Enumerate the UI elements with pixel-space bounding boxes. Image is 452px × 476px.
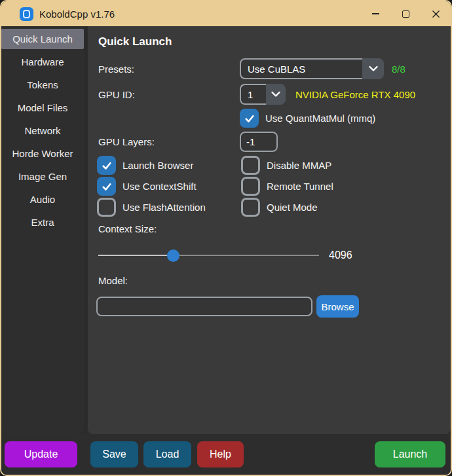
presets-dropdown-button[interactable] — [362, 58, 384, 79]
launch-browser-label: Launch Browser — [122, 160, 193, 171]
sidebar-item-tokens[interactable]: Tokens — [1, 75, 84, 95]
presets-value: Use CuBLAS — [240, 58, 362, 79]
remote-tunnel-checkbox[interactable] — [241, 177, 260, 196]
content-area: Quick Launch Hardware Tokens Model Files… — [1, 26, 451, 434]
close-button[interactable] — [421, 1, 451, 26]
disable-mmap-checkbox[interactable] — [241, 156, 260, 175]
load-button[interactable]: Load — [143, 441, 191, 467]
titlebar: KoboldCpp v1.76 — [1, 1, 451, 26]
maximize-button[interactable] — [390, 1, 421, 26]
contextshift-checkbox[interactable] — [97, 177, 116, 196]
maximize-icon — [402, 10, 409, 18]
model-label: Model: — [98, 275, 440, 286]
sidebar-item-model-files[interactable]: Model Files — [1, 98, 84, 118]
gpu-id-dropdown-button[interactable] — [266, 84, 286, 105]
contextshift-label: Use ContextShift — [122, 181, 197, 192]
flashattention-label: Use FlashAttention — [122, 202, 206, 213]
help-button[interactable]: Help — [197, 441, 244, 467]
context-size-label: Context Size: — [98, 223, 440, 234]
app-window: KoboldCpp v1.76 Quick Launch Hardware To… — [0, 0, 452, 476]
quiet-mode-label: Quiet Mode — [267, 202, 318, 213]
preset-count-badge: 8/8 — [392, 64, 405, 75]
minimize-icon — [372, 13, 379, 14]
gpu-device-name: NVIDIA GeForce RTX 4090 — [295, 89, 415, 100]
gpu-id-dropdown[interactable]: 1 — [240, 84, 286, 105]
checkmark-icon — [244, 113, 255, 124]
remote-tunnel-label: Remote Tunnel — [267, 181, 333, 192]
context-size-slider[interactable] — [98, 249, 319, 262]
save-button[interactable]: Save — [90, 441, 138, 467]
quantmatmul-label: Use QuantMatMul (mmq) — [265, 113, 375, 124]
presets-label: Presets: — [98, 64, 240, 75]
flashattention-checkbox[interactable] — [97, 198, 116, 217]
disable-mmap-label: Disable MMAP — [267, 160, 331, 171]
options-grid: Launch Browser Disable MMAP Use ContextS… — [97, 156, 440, 217]
page-title: Quick Launch — [98, 35, 440, 48]
sidebar-item-extra[interactable]: Extra — [1, 212, 84, 232]
model-path-input[interactable] — [96, 297, 312, 316]
gpu-layers-input[interactable] — [240, 132, 278, 152]
close-icon — [432, 10, 440, 18]
chevron-down-icon — [368, 65, 379, 72]
gpu-id-value: 1 — [240, 84, 266, 105]
presets-dropdown[interactable]: Use CuBLAS — [240, 58, 384, 79]
sidebar-item-audio[interactable]: Audio — [1, 189, 84, 210]
gpu-layers-label: GPU Layers: — [98, 136, 240, 147]
checkmark-icon — [101, 181, 113, 192]
footer-bar: Update Save Load Help Launch — [1, 434, 451, 475]
launch-button[interactable]: Launch — [375, 441, 445, 467]
launch-browser-checkbox[interactable] — [97, 156, 116, 175]
sidebar-item-horde-worker[interactable]: Horde Worker — [1, 143, 84, 164]
quick-launch-panel: Quick Launch Presets: Use CuBLAS 8/8 GPU… — [88, 26, 451, 434]
gpu-id-label: GPU ID: — [98, 89, 240, 100]
app-icon — [20, 7, 33, 21]
minimize-button[interactable] — [360, 1, 390, 26]
slider-thumb[interactable] — [167, 249, 179, 262]
sidebar-item-quick-launch[interactable]: Quick Launch — [1, 29, 84, 49]
quiet-mode-checkbox[interactable] — [241, 198, 260, 217]
sidebar: Quick Launch Hardware Tokens Model Files… — [1, 26, 84, 434]
checkmark-icon — [101, 160, 113, 172]
sidebar-item-hardware[interactable]: Hardware — [1, 52, 84, 72]
window-controls — [360, 1, 451, 26]
slider-track-line — [98, 255, 319, 256]
sidebar-item-image-gen[interactable]: Image Gen — [1, 166, 84, 187]
window-title: KoboldCpp v1.76 — [39, 9, 115, 20]
quantmatmul-checkbox[interactable] — [240, 109, 259, 128]
sidebar-item-network[interactable]: Network — [1, 120, 84, 141]
update-button[interactable]: Update — [5, 441, 77, 467]
browse-button[interactable]: Browse — [316, 295, 359, 318]
chevron-down-icon — [271, 91, 281, 98]
context-size-value: 4096 — [329, 249, 352, 261]
